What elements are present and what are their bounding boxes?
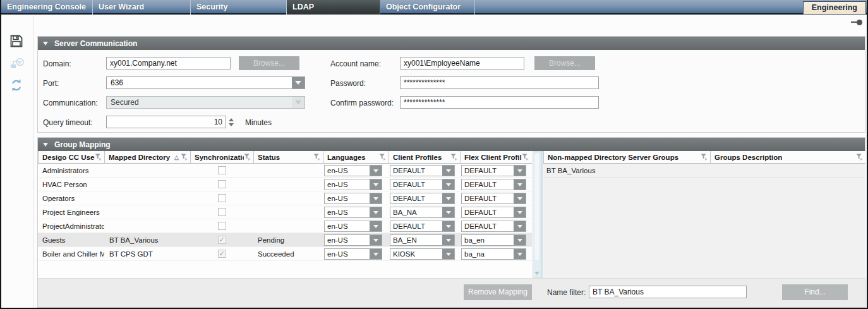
chevron-down-icon[interactable] bbox=[370, 235, 382, 245]
mapping-row[interactable]: Operatorsen-USDEFAULTDEFAULT bbox=[38, 191, 532, 205]
synchronization-checkbox[interactable] bbox=[218, 166, 226, 174]
column-header[interactable]: Client Profiles bbox=[389, 151, 460, 163]
column-header[interactable]: Status bbox=[253, 151, 323, 163]
confirm-password-input[interactable] bbox=[400, 96, 599, 109]
language-select[interactable]: en-US bbox=[324, 234, 382, 246]
client-profile-select[interactable]: DEFAULT bbox=[390, 179, 455, 190]
client-profile-select[interactable]: BA_EN bbox=[390, 234, 455, 246]
chevron-down-icon[interactable] bbox=[442, 249, 454, 259]
vertical-scrollbar[interactable] bbox=[533, 151, 541, 278]
query-timeout-stepper[interactable] bbox=[227, 116, 235, 128]
chevron-down-icon[interactable] bbox=[514, 235, 526, 245]
flex-client-profile-select[interactable]: DEFAULT bbox=[461, 207, 526, 218]
chevron-down-icon[interactable] bbox=[292, 77, 304, 88]
language-select[interactable]: en-US bbox=[324, 248, 382, 260]
pin-handle-icon[interactable] bbox=[851, 20, 862, 25]
filter-icon[interactable] bbox=[522, 154, 529, 161]
flex-client-profile-select[interactable]: DEFAULT bbox=[461, 221, 526, 232]
group-mapping-header[interactable]: Group Mapping bbox=[38, 138, 865, 151]
client-profile-select[interactable]: DEFAULT bbox=[390, 221, 455, 232]
language-select[interactable]: en-US bbox=[324, 207, 382, 218]
flex-client-profile-select[interactable]: DEFAULT bbox=[461, 165, 526, 176]
server-communication-header[interactable]: Server Communication bbox=[38, 37, 865, 50]
chevron-down-icon[interactable] bbox=[370, 221, 382, 231]
filter-icon[interactable] bbox=[701, 154, 708, 161]
filter-icon[interactable] bbox=[244, 154, 251, 161]
filter-icon[interactable] bbox=[379, 154, 386, 161]
flex-client-profile-select[interactable]: DEFAULT bbox=[461, 179, 526, 190]
column-header[interactable]: Groups Description bbox=[710, 151, 865, 163]
query-timeout-input[interactable] bbox=[106, 116, 226, 128]
tab-user-wizard[interactable]: User Wizard bbox=[93, 0, 191, 15]
filter-icon[interactable] bbox=[856, 154, 863, 161]
domain-input[interactable] bbox=[106, 57, 231, 70]
refresh-icon[interactable] bbox=[9, 78, 25, 94]
mapping-row[interactable]: Boiler and Chiller MngBT CPS GDT✓Succeed… bbox=[38, 247, 532, 261]
filter-icon[interactable] bbox=[181, 154, 188, 161]
tab-engineering-console[interactable]: Engineering Console bbox=[1, 0, 93, 15]
client-profile-select[interactable]: KIOSK bbox=[390, 248, 455, 260]
perspective-tab-engineering[interactable]: Engineering bbox=[803, 1, 866, 15]
chevron-down-icon[interactable] bbox=[442, 166, 454, 176]
non-mapped-group-row[interactable]: BT BA_Various bbox=[543, 164, 865, 178]
language-select[interactable]: en-US bbox=[324, 179, 382, 190]
synchronization-checkbox[interactable] bbox=[218, 180, 226, 188]
language-select[interactable]: en-US bbox=[324, 193, 382, 204]
mapping-row[interactable]: ProjectAdministratorsen-USDEFAULTDEFAULT bbox=[38, 219, 532, 233]
chevron-down-icon[interactable] bbox=[514, 179, 526, 190]
remove-mapping-button[interactable]: Remove Mapping bbox=[464, 284, 532, 300]
synchronization-checkbox[interactable]: ✓ bbox=[218, 250, 226, 258]
chevron-down-icon[interactable] bbox=[514, 221, 526, 231]
column-header[interactable]: Non-mapped Directory Server Groups bbox=[543, 151, 710, 163]
chevron-down-icon[interactable] bbox=[442, 207, 454, 217]
language-select[interactable]: en-US bbox=[324, 165, 382, 176]
domain-browse-button[interactable]: Browse... bbox=[239, 56, 299, 70]
chevron-down-icon[interactable] bbox=[370, 207, 382, 217]
mapping-row[interactable]: Administratorsen-USDEFAULTDEFAULT bbox=[38, 164, 532, 178]
column-header[interactable]: Languages bbox=[323, 151, 389, 163]
filter-icon[interactable] bbox=[450, 154, 457, 161]
client-profile-select[interactable]: DEFAULT bbox=[390, 165, 455, 176]
chevron-down-icon[interactable] bbox=[514, 207, 526, 217]
chevron-down-icon[interactable] bbox=[442, 235, 454, 245]
chevron-down-icon[interactable] bbox=[514, 249, 526, 259]
chevron-down-icon[interactable] bbox=[370, 166, 382, 176]
scroll-down-arrow-icon[interactable] bbox=[534, 272, 539, 275]
column-header[interactable]: Synchronizatio bbox=[190, 151, 253, 163]
mapping-row[interactable]: HVAC Personen-USDEFAULTDEFAULT bbox=[38, 178, 532, 191]
flex-client-profile-select[interactable]: ba_en bbox=[461, 234, 526, 246]
chevron-down-icon[interactable] bbox=[514, 166, 526, 176]
password-input[interactable] bbox=[400, 76, 599, 89]
chevron-down-icon[interactable] bbox=[514, 193, 526, 203]
step-down-icon[interactable] bbox=[229, 123, 234, 126]
synchronization-checkbox[interactable] bbox=[218, 208, 226, 216]
synchronization-checkbox[interactable]: ✓ bbox=[218, 236, 226, 244]
chevron-down-icon[interactable] bbox=[370, 193, 382, 203]
mapping-row[interactable]: GuestsBT BA_Various✓Pendingen-USBA_ENba_… bbox=[38, 233, 532, 247]
mapping-row[interactable]: Project Engineersen-USBA_NADEFAULT bbox=[38, 205, 532, 219]
flex-client-profile-select[interactable]: DEFAULT bbox=[461, 193, 526, 204]
test-connection-icon[interactable] bbox=[9, 56, 25, 71]
tab-security[interactable]: Security bbox=[191, 0, 287, 15]
flex-client-profile-select[interactable]: ba_na bbox=[461, 248, 526, 260]
account-browse-button[interactable]: Browse... bbox=[534, 56, 595, 70]
synchronization-checkbox[interactable] bbox=[218, 222, 226, 230]
scrollbar-thumb[interactable] bbox=[534, 152, 540, 261]
client-profile-select[interactable]: DEFAULT bbox=[390, 193, 455, 204]
step-up-icon[interactable] bbox=[229, 118, 234, 121]
port-combobox[interactable]: 636 bbox=[106, 76, 305, 89]
column-header[interactable]: Flex Client Profil bbox=[460, 151, 531, 163]
name-filter-input[interactable] bbox=[589, 286, 747, 298]
account-name-input[interactable] bbox=[400, 57, 524, 70]
synchronization-checkbox[interactable] bbox=[218, 194, 226, 202]
filter-icon[interactable] bbox=[95, 154, 102, 161]
chevron-down-icon[interactable] bbox=[442, 193, 454, 203]
client-profile-select[interactable]: BA_NA bbox=[390, 207, 455, 218]
tab-object-configurator[interactable]: Object Configurator bbox=[380, 0, 475, 15]
save-icon[interactable] bbox=[9, 34, 25, 49]
find-button[interactable]: Find... bbox=[782, 284, 848, 300]
language-select[interactable]: en-US bbox=[324, 221, 382, 232]
filter-icon[interactable] bbox=[313, 154, 320, 161]
chevron-down-icon[interactable] bbox=[442, 221, 454, 231]
chevron-down-icon[interactable] bbox=[370, 249, 382, 259]
